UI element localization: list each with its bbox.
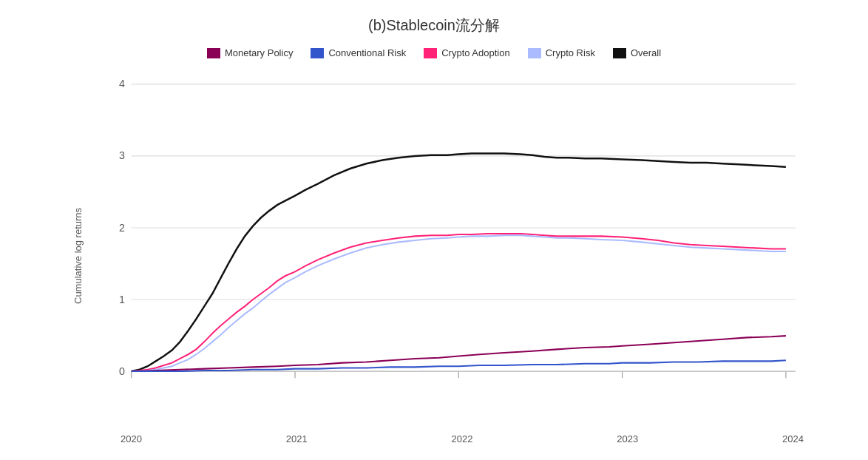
svg-text:4: 4 — [119, 78, 125, 89]
x-label-2020: 2020 — [121, 433, 142, 444]
legend-label-crypto-risk: Crypto Risk — [546, 47, 595, 58]
legend-label-crypto-adoption: Crypto Adoption — [441, 47, 510, 58]
svg-text:0: 0 — [119, 365, 125, 376]
legend: Monetary Policy Conventional Risk Crypto… — [207, 47, 661, 58]
legend-color-conventional — [311, 48, 324, 58]
legend-item-crypto-adoption: Crypto Adoption — [424, 47, 510, 58]
legend-color-monetary — [207, 48, 220, 58]
plot-area: 0 1 2 3 4 — [91, 67, 804, 444]
svg-text:2: 2 — [119, 221, 125, 233]
x-label-2022: 2022 — [452, 433, 473, 444]
legend-label-overall: Overall — [631, 47, 661, 58]
x-label-2023: 2023 — [617, 433, 638, 444]
legend-item-monetary: Monetary Policy — [207, 47, 293, 58]
legend-color-crypto-risk — [528, 48, 541, 58]
x-axis-labels: 2020 2021 2022 2023 2024 — [91, 430, 804, 444]
chart-container: (b)Stablecoin流分解 Monetary Policy Convent… — [64, 16, 804, 444]
y-axis-label: Cumulative log returns — [64, 67, 91, 444]
x-label-2024: 2024 — [782, 433, 804, 444]
legend-item-crypto-risk: Crypto Risk — [528, 47, 595, 58]
line-conventional — [132, 360, 786, 371]
line-crypto-risk — [132, 235, 786, 371]
legend-color-overall — [613, 48, 626, 58]
legend-item-conventional: Conventional Risk — [311, 47, 406, 58]
legend-label-conventional: Conventional Risk — [328, 47, 406, 58]
line-crypto-adoption — [132, 234, 786, 371]
legend-label-monetary: Monetary Policy — [225, 47, 293, 58]
legend-item-overall: Overall — [613, 47, 661, 58]
svg-text:3: 3 — [119, 149, 125, 161]
chart-title: (b)Stablecoin流分解 — [368, 16, 500, 35]
x-label-2021: 2021 — [286, 433, 308, 444]
svg-text:1: 1 — [119, 293, 125, 305]
chart-area: Cumulative log returns 0 1 2 3 4 — [64, 67, 804, 444]
chart-svg: 0 1 2 3 4 — [91, 67, 804, 430]
line-overall — [132, 153, 786, 371]
legend-color-crypto-adoption — [424, 48, 437, 58]
